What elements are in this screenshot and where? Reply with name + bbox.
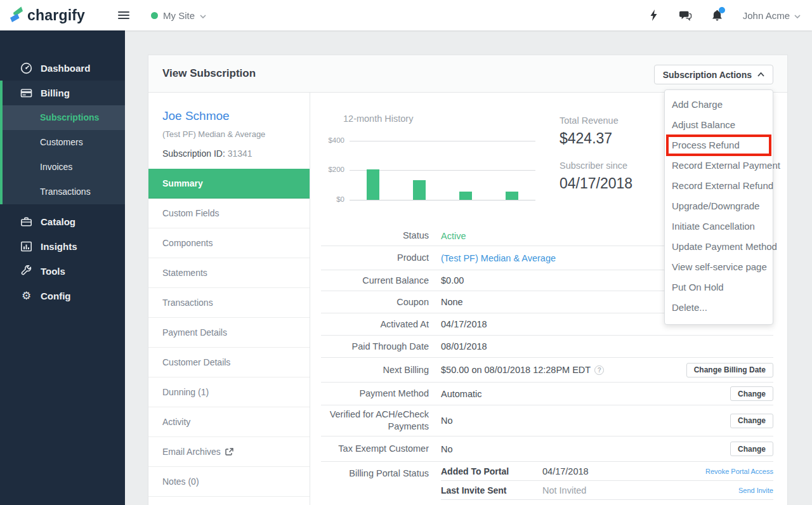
tab-statements[interactable]: Statements	[148, 258, 310, 288]
menu-icon[interactable]	[118, 10, 129, 21]
total-revenue-stat: Total Revenue $424.37	[560, 115, 619, 147]
row-value: Automatic	[441, 389, 481, 399]
chevron-down-icon	[794, 10, 801, 21]
customer-name-link[interactable]: Joe Schmoe	[162, 109, 297, 123]
tab-transactions[interactable]: Transactions	[148, 288, 310, 318]
portal-row-invite: Last Invite Sent Not Invited Send Invite	[441, 481, 773, 500]
brand-name: chargify	[27, 7, 85, 24]
menu-item-process-refund[interactable]: Process Refund	[665, 135, 773, 155]
sidebar-item-label: Catalog	[41, 216, 75, 227]
sidebar-item-catalog[interactable]: Catalog	[0, 209, 125, 234]
portal-row-label: Added To Portal	[441, 466, 542, 476]
menu-item-label: Process Refund	[672, 140, 740, 150]
quick-actions-bolt-icon[interactable]	[648, 9, 660, 22]
sidebar-item-label: Billing	[41, 88, 70, 98]
site-selector[interactable]: My Site	[151, 10, 206, 21]
sidebar-item-subscriptions[interactable]: Subscriptions	[3, 105, 125, 130]
menu-item-put-on-hold[interactable]: Put On Hold	[665, 277, 773, 298]
sidebar-item-label: Dashboard	[41, 63, 90, 74]
billing-submenu: Subscriptions Customers Invoices Transac…	[3, 105, 125, 204]
change-ach-button[interactable]: Change	[730, 414, 773, 428]
row-label: Activated At	[321, 318, 441, 331]
sidebar-item-transactions[interactable]: Transactions	[3, 180, 125, 204]
insights-chart-icon	[20, 240, 32, 253]
tab-dunning[interactable]: Dunning (1)	[148, 377, 310, 407]
site-name: My Site	[163, 10, 195, 21]
sidebar-item-billing[interactable]: Billing	[3, 81, 125, 105]
customer-plan: (Test PF) Median & Average	[162, 129, 297, 139]
send-invite-link[interactable]: Send Invite	[738, 487, 773, 494]
user-name: John Acme	[743, 10, 790, 21]
dashboard-gauge-icon	[20, 62, 32, 74]
notifications-bell-icon[interactable]	[711, 9, 724, 22]
change-payment-method-button[interactable]: Change	[730, 386, 773, 401]
chargify-logo[interactable]: chargify	[9, 6, 85, 25]
row-label: Product	[321, 252, 441, 264]
row-value: 08/01/2018	[441, 341, 773, 351]
chart-title: 12-month History	[343, 114, 413, 124]
table-row-tax-exempt: Tax Exempt Customer No Change	[321, 436, 773, 462]
y-axis-tick: $0	[313, 195, 344, 203]
y-axis-tick: $400	[313, 136, 344, 144]
portal-row-label: Last Invite Sent	[441, 485, 542, 495]
customer-info: Joe Schmoe (Test PF) Median & Average Su…	[148, 93, 310, 169]
product-link[interactable]: (Test PF) Median & Average	[441, 253, 556, 263]
chart-bar	[367, 169, 379, 200]
total-revenue-value: $424.37	[560, 130, 619, 147]
menu-item-add-charge[interactable]: Add Charge	[665, 95, 773, 115]
portal-status-table: Added To Portal 04/17/2018 Revoke Portal…	[441, 462, 773, 500]
chevron-up-icon	[757, 72, 764, 77]
tab-customer-details[interactable]: Customer Details	[148, 348, 310, 377]
table-row-next-billing: Next Billing $50.00 on 08/01/2018 12:28P…	[321, 358, 773, 383]
tab-summary[interactable]: Summary	[148, 169, 310, 199]
tab-payment-details[interactable]: Payment Details	[148, 318, 310, 348]
notification-badge-dot	[719, 7, 725, 13]
chart-plot: $400 $200 $0	[350, 141, 535, 200]
menu-item-update-payment-method[interactable]: Update Payment Method	[665, 237, 773, 257]
row-label: Paid Through Date	[321, 341, 441, 353]
menu-item-upgrade-downgrade[interactable]: Upgrade/Downgrade	[665, 196, 773, 216]
chart-bar	[413, 180, 426, 200]
help-icon[interactable]: ?	[594, 365, 604, 375]
external-link-icon	[225, 448, 233, 456]
tab-components[interactable]: Components	[148, 228, 310, 258]
row-value: No	[441, 416, 453, 426]
chargify-logo-icon	[9, 6, 24, 25]
sidebar-item-config[interactable]: ⚙ Config	[0, 284, 125, 308]
portal-row-value: Not Invited	[542, 485, 738, 495]
chart-bar	[506, 192, 518, 200]
tab-label: Email Archives	[162, 437, 221, 466]
sidebar-item-label: Config	[41, 291, 70, 301]
tab-email-archives[interactable]: Email Archives	[148, 437, 310, 467]
sidebar-item-dashboard[interactable]: Dashboard	[0, 56, 125, 81]
sidebar-item-invoices[interactable]: Invoices	[3, 155, 125, 180]
menu-item-delete[interactable]: Delete...	[665, 298, 773, 318]
menu-item-record-external-refund[interactable]: Record External Refund	[665, 176, 773, 196]
menu-item-view-self-service-page[interactable]: View self-service page	[665, 257, 773, 277]
change-billing-date-button[interactable]: Change Billing Date	[686, 363, 773, 377]
revoke-portal-access-link[interactable]: Revoke Portal Access	[705, 468, 773, 475]
gridline	[350, 200, 535, 200]
sidebar-item-label: Insights	[41, 241, 77, 252]
menu-item-adjust-balance[interactable]: Adjust Balance	[665, 115, 773, 135]
sidebar-item-tools[interactable]: Tools	[0, 259, 125, 284]
page-title: View Subscription	[162, 67, 256, 80]
row-label: Payment Method	[321, 388, 441, 400]
table-row-paid-through: Paid Through Date 08/01/2018	[321, 336, 773, 358]
sidebar-item-customers[interactable]: Customers	[3, 130, 125, 155]
total-revenue-label: Total Revenue	[560, 115, 619, 126]
y-axis-tick: $200	[313, 166, 344, 173]
subscription-actions-button[interactable]: Subscription Actions	[654, 65, 773, 84]
subscriber-since-value: 04/17/2018	[560, 175, 632, 192]
menu-item-initiate-cancellation[interactable]: Initiate Cancellation	[665, 216, 773, 237]
tab-custom-fields[interactable]: Custom Fields	[148, 199, 310, 228]
user-menu[interactable]: John Acme	[743, 10, 801, 21]
sidebar-item-insights[interactable]: Insights	[0, 234, 125, 259]
row-label: Current Balance	[321, 275, 441, 287]
menu-item-record-external-payment[interactable]: Record External Payment	[665, 155, 773, 176]
tab-activity[interactable]: Activity	[148, 407, 310, 437]
table-row-billing-portal: Billing Portal Status Added To Portal 04…	[321, 462, 773, 500]
tab-notes[interactable]: Notes (0)	[148, 467, 310, 497]
chat-icon[interactable]	[679, 9, 692, 22]
change-tax-exempt-button[interactable]: Change	[730, 442, 773, 456]
